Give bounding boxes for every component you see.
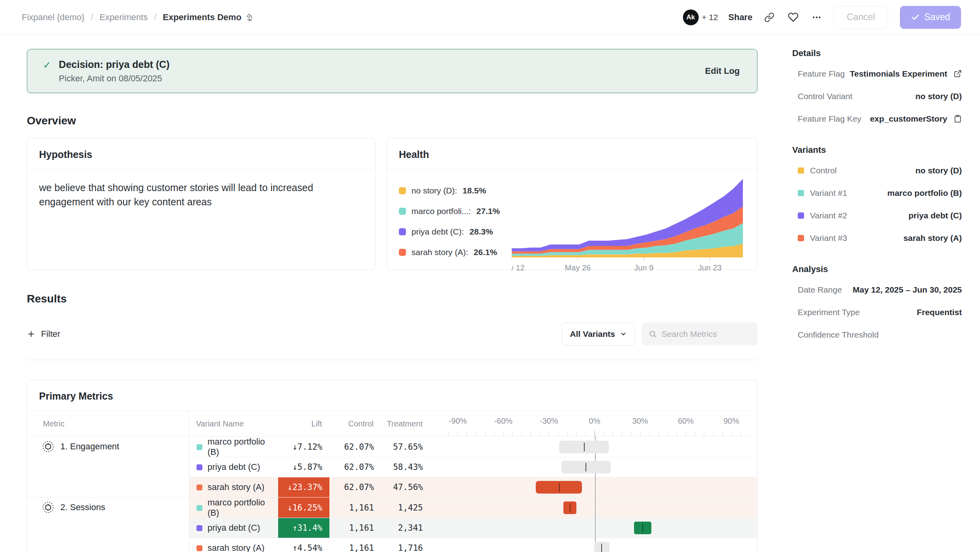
page-title: Experiments Demo [163, 12, 241, 23]
variants-row: Variant #2priya debt (C) [792, 204, 962, 227]
metric-goal-icon [42, 501, 54, 513]
ci-mean-tick [570, 503, 570, 512]
saved-button[interactable]: Saved [900, 6, 961, 29]
confidence-interval-bar[interactable] [634, 522, 651, 534]
search-metrics-input[interactable] [662, 329, 750, 339]
saved-label: Saved [924, 12, 950, 23]
treatment-value: 2,341 [374, 523, 423, 533]
confidence-interval-bar[interactable] [563, 501, 576, 514]
control-value: 62.07% [329, 483, 374, 492]
health-body: no story (D): 18.5%marco portfoli...: 27… [387, 169, 757, 275]
confidence-interval-cell [439, 437, 757, 457]
table-row[interactable]: priya debt (C)↓5.87%62.07%58.43% [189, 457, 757, 477]
variant-color-chip [196, 484, 202, 490]
metric-name-cell[interactable]: 1. Engagement [27, 437, 189, 497]
avatar[interactable]: Ak [683, 9, 699, 25]
variants-row-value: marco portfolio (B) [887, 188, 962, 198]
variant-name-cell: sarah story (A) [189, 543, 278, 552]
legend-color-chip [399, 208, 406, 215]
lift-value: ↓16.25% [278, 498, 329, 518]
breadcrumb-separator: / [154, 12, 156, 23]
ruler-tick [622, 432, 622, 436]
ruler-tick [613, 432, 613, 436]
details-row: Feature Flag Keyexp_customerStory [792, 107, 962, 130]
sidebar-section-analysis: AnalysisDate RangeMay 12, 2025 – Jun 30,… [792, 264, 962, 346]
details-row-value: Testimonials Experiment [850, 69, 962, 79]
collaborator-avatars[interactable]: Ak + 12 [683, 9, 718, 25]
metric-name-cell[interactable]: 2. Sessions [27, 498, 189, 552]
axis-tick-label: -30% [540, 417, 558, 426]
search-icon [649, 329, 657, 339]
health-title: Health [387, 139, 757, 169]
details-value-text: Testimonials Experiment [850, 69, 947, 79]
control-value: 62.07% [329, 462, 374, 472]
breadcrumb-experiments[interactable]: Experiments [99, 12, 148, 23]
variants-row-label: Variant #2 [798, 211, 847, 220]
confidence-interval-bar[interactable] [536, 481, 582, 494]
table-row[interactable]: priya debt (C)↑31.4%1,1612,341 [189, 518, 757, 538]
chevron-down-icon [620, 330, 627, 338]
column-header-metric: Metric [27, 411, 189, 436]
confidence-interval-bar[interactable] [594, 542, 610, 552]
health-legend: no story (D): 18.5%marco portfoli...: 27… [399, 176, 512, 275]
variant-color-chip [196, 545, 202, 551]
favorite-heart-icon[interactable] [786, 11, 800, 24]
table-row[interactable]: sarah story (A)↑4.54%1,1611,716 [189, 538, 757, 552]
details-sidebar: DetailsFeature FlagTestimonials Experime… [784, 35, 980, 552]
variant-name: marco portfolio (B) [208, 498, 278, 518]
add-filter-button[interactable]: Filter [27, 329, 60, 339]
lift-value: ↑4.54% [278, 538, 329, 552]
control-value: 1,161 [329, 523, 374, 533]
metric-goal-icon [42, 441, 54, 452]
variants-label-text: Variant #2 [810, 211, 847, 220]
svg-text:Jun 9: Jun 9 [634, 263, 653, 272]
analysis-row-label: Confidence Threshold [798, 330, 879, 340]
breadcrumb-current[interactable]: Experiments Demo [163, 12, 254, 23]
variants-row-label: Variant #1 [798, 188, 847, 198]
confidence-interval-bar[interactable] [559, 441, 609, 453]
metrics-table-header: Metric Variant Name Lift Control Treatme… [27, 411, 757, 436]
analysis-value-text: Frequentist [917, 308, 962, 317]
all-variants-dropdown[interactable]: All Variants [562, 323, 635, 345]
ruler-tick [576, 432, 577, 436]
breadcrumb-project[interactable]: Fixpanel {demo} [22, 12, 84, 23]
confidence-interval-cell [439, 518, 757, 538]
confidence-interval-bar[interactable] [561, 461, 611, 473]
ruler-tick [485, 432, 486, 436]
table-row[interactable]: marco portfolio (B)↓16.25%1,1611,425 [189, 498, 757, 518]
legend-color-chip [399, 249, 406, 256]
axis-tick-label: -90% [449, 417, 467, 426]
ruler-tick [549, 432, 549, 436]
ci-mean-tick [584, 443, 585, 451]
details-label-text: Feature Flag [798, 69, 845, 79]
variant-color-chip [196, 464, 202, 470]
cancel-button[interactable]: Cancel [834, 6, 888, 29]
zero-axis-line [595, 436, 596, 552]
table-row[interactable]: sarah story (A)↓23.37%62.07%47.56% [189, 477, 757, 497]
ruler-tick [741, 432, 741, 436]
confidence-interval-cell [439, 498, 757, 518]
analysis-row: Experiment TypeFrequentist [792, 301, 962, 323]
hypothesis-body: we believe that showing customer stories… [27, 169, 374, 220]
axis-tick-label: -60% [494, 417, 512, 426]
results-toolbar: Filter All Variants [27, 323, 757, 345]
clipboard-icon[interactable] [954, 115, 962, 123]
more-options-icon[interactable] [810, 11, 823, 24]
primary-metrics-card: Primary Metrics Metric Variant Name Lift… [27, 380, 757, 552]
external-link-icon[interactable] [954, 69, 962, 78]
details-row-value: no story (D) [915, 92, 962, 101]
ruler-tick [449, 432, 449, 436]
variant-name: sarah story (A) [208, 543, 264, 552]
copy-link-icon[interactable] [763, 11, 776, 24]
ruler-tick [585, 432, 586, 436]
column-header-lift: Lift [278, 419, 329, 428]
results-divider [27, 360, 757, 360]
variant-color-chip [798, 167, 804, 174]
share-button[interactable]: Share [728, 12, 752, 23]
table-row[interactable]: marco portfolio (B)↓7.12%62.07%57.65% [189, 437, 757, 457]
ruler-tick [713, 432, 714, 436]
variant-name: priya debt (C) [208, 462, 260, 472]
variant-color-chip [798, 190, 804, 196]
column-header-control: Control [329, 419, 374, 428]
edit-log-button[interactable]: Edit Log [705, 66, 740, 76]
